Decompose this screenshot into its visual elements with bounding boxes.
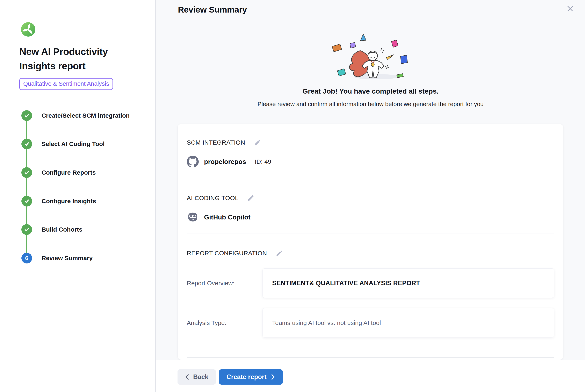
- step-5-label: Build Cohorts: [42, 226, 82, 233]
- step-configure-insights[interactable]: Configure Insights: [22, 196, 96, 206]
- section-divider: [187, 177, 554, 177]
- step-3-check-icon: [22, 167, 32, 178]
- step-5-check-icon: [22, 224, 32, 235]
- edit-ai-tool-pencil-icon[interactable]: [247, 194, 255, 202]
- analysis-type-value-box: Teams using AI tool vs. not using AI too…: [262, 308, 554, 338]
- step-4-check-icon: [22, 196, 32, 206]
- scm-integration-id: ID: 49: [255, 158, 271, 165]
- wizard-footer: Back Create report: [156, 360, 585, 392]
- wizard-sidebar: New AI Productivity Insights report Qual…: [0, 0, 156, 392]
- github-icon: [187, 156, 199, 168]
- analysis-type-label: Analysis Type:: [187, 320, 262, 326]
- analysis-type-badge: Qualitative & Sentiment Analysis: [19, 78, 113, 90]
- report-overview-label: Report Overview:: [187, 280, 262, 287]
- report-config-section-header: REPORT CONFIGURATION: [187, 249, 554, 257]
- report-overview-value-box: SENTIMENT& QUALITATIVE ANALYSIS REPORT: [262, 268, 554, 298]
- wizard-title: New AI Productivity Insights report: [19, 44, 143, 73]
- chevron-right-icon: [271, 374, 275, 380]
- stepper-connector-line: [26, 116, 27, 258]
- celebration-hero-illustration: [325, 28, 416, 84]
- report-overview-value: SENTIMENT& QUALITATIVE ANALYSIS REPORT: [272, 280, 420, 287]
- step-review-summary[interactable]: 6 Review Summary: [22, 253, 92, 264]
- step-4-label: Configure Insights: [42, 198, 96, 205]
- step-3-label: Configure Reports: [42, 169, 96, 176]
- scm-integration-name: propelorepos: [204, 158, 246, 166]
- back-button-label: Back: [193, 373, 208, 381]
- step-2-label: Select AI Coding Tool: [42, 140, 105, 148]
- review-summary-panel: Review Summary: [156, 0, 585, 392]
- report-config-section-label: REPORT CONFIGURATION: [187, 250, 267, 257]
- create-report-button-label: Create report: [226, 373, 266, 381]
- github-copilot-icon: [187, 211, 199, 223]
- step-1-check-icon: [22, 110, 32, 121]
- congrats-subtext: Please review and confirm all informatio…: [156, 101, 585, 108]
- step-6-number-circle: 6: [22, 253, 32, 264]
- analysis-type-value: Teams using AI tool vs. not using AI too…: [272, 320, 381, 326]
- analysis-type-row: Analysis Type: Teams using AI tool vs. n…: [187, 308, 554, 338]
- step-build-cohorts[interactable]: Build Cohorts: [22, 224, 82, 235]
- scm-integration-row: propelorepos ID: 49: [187, 156, 554, 168]
- ai-tool-name: GitHub Copilot: [204, 214, 250, 221]
- step-create-select-scm-integration[interactable]: Create/Select SCM integration: [22, 110, 130, 121]
- report-overview-row: Report Overview: SENTIMENT& QUALITATIVE …: [187, 268, 554, 298]
- back-button[interactable]: Back: [178, 370, 216, 384]
- section-divider: [187, 357, 554, 358]
- ai-tool-row: GitHub Copilot: [187, 211, 554, 223]
- propeller-icon: [21, 22, 36, 36]
- step-6-number: 6: [25, 255, 28, 262]
- step-2-check-icon: [22, 138, 32, 149]
- ai-tool-section-header: AI CODING TOOL: [187, 194, 554, 202]
- edit-scm-pencil-icon[interactable]: [254, 138, 262, 147]
- create-report-button[interactable]: Create report: [219, 370, 283, 384]
- step-1-label: Create/Select SCM integration: [42, 112, 130, 119]
- step-select-ai-coding-tool[interactable]: Select AI Coding Tool: [22, 138, 105, 149]
- edit-report-config-pencil-icon[interactable]: [275, 249, 284, 257]
- close-icon[interactable]: [566, 4, 574, 13]
- section-divider: [187, 233, 554, 234]
- summary-card: SCM INTEGRATION propelorepos ID: 49 AI C…: [178, 124, 564, 360]
- page-title: Review Summary: [178, 5, 247, 14]
- scm-section-label: SCM INTEGRATION: [187, 139, 245, 146]
- report-wizard-screen: { "app": { "logo_icon": "propeller-icon"…: [0, 0, 585, 392]
- chevron-left-icon: [185, 374, 190, 380]
- step-configure-reports[interactable]: Configure Reports: [22, 167, 96, 178]
- step-6-label: Review Summary: [42, 254, 92, 262]
- congrats-heading: Great Job! You have completed all steps.: [156, 87, 585, 95]
- scm-section-header: SCM INTEGRATION: [187, 138, 554, 147]
- ai-tool-section-label: AI CODING TOOL: [187, 194, 238, 202]
